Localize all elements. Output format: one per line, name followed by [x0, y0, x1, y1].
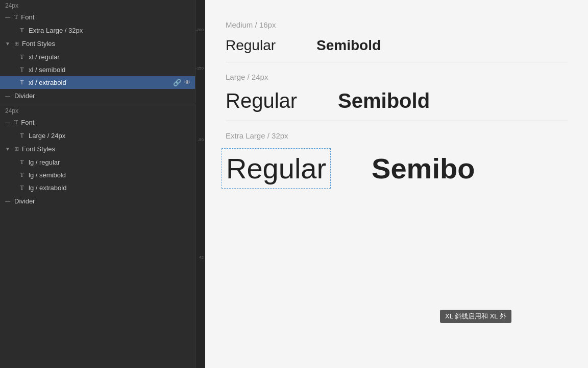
font-icon-2: T [14, 119, 18, 126]
divider-large-xl [226, 121, 568, 121]
font-group-2-header[interactable]: — T Font [0, 116, 195, 129]
font-styles-item-lg-extrabold[interactable]: T lg / extrabold [0, 181, 195, 194]
size-label-top: 24px [0, 0, 195, 10]
section-xl: Extra Large / 32px Regular Semibo [226, 131, 568, 189]
section-label-large: Large / 24px [226, 73, 568, 81]
grid-icon-1: ⊞ [14, 40, 19, 47]
section-medium: Medium / 16px Regular Semibold [226, 20, 568, 54]
font-group-2-label: Font [21, 119, 34, 126]
sidebar-scroll-area[interactable]: 24px — T Font T Extra Large / 32px ▼ ⊞ F… [0, 0, 195, 368]
type-regular-medium: Regular [226, 37, 276, 54]
font-group-1-label: Font [21, 13, 34, 21]
font-styles-item-lg-regular-icon: T [18, 158, 26, 166]
divider-row-2: — Divider [0, 194, 195, 208]
font-styles-item-lg-regular-label: lg / regular [29, 158, 60, 166]
grid-icon-2: ⊞ [14, 146, 19, 152]
font-styles-item-xl-semibold-icon: T [18, 66, 26, 74]
section-large: Large / 24px Regular Semibold [226, 73, 568, 112]
font-styles-item-xl-semibold-label: xl / semibold [29, 66, 65, 74]
font-item-icon-xl: T [18, 27, 26, 34]
link-icon[interactable]: 🔗 [173, 79, 181, 86]
font-group-1-header[interactable]: — T Font [0, 10, 195, 24]
selected-box-xl: Regular [222, 148, 331, 189]
section-label-medium: Medium / 16px [226, 20, 568, 29]
type-row-large: Regular Semibold [226, 89, 568, 112]
expand-icon-fontstyles1: ▼ [5, 41, 11, 47]
type-row-medium: Regular Semibold [226, 37, 568, 54]
font-styles-group-1-header[interactable]: ▼ ⊞ Font Styles [0, 37, 195, 51]
divider-medium-large [226, 62, 568, 62]
font-styles-group-2-label: Font Styles [22, 145, 55, 153]
expand-icon-font1: — [5, 14, 11, 20]
font-styles-item-xl-regular[interactable]: T xl / regular [0, 51, 195, 63]
main-content: Medium / 16px Regular Semibold Large / 2… [205, 0, 588, 368]
font-styles-item-xl-semibold[interactable]: T xl / semibold [0, 63, 195, 76]
font-styles-item-lg-semibold-label: lg / semibold [29, 171, 66, 179]
type-regular-large: Regular [226, 89, 297, 112]
font-styles-group-2-header[interactable]: ▼ ⊞ Font Styles [0, 142, 195, 156]
ruler-mark-50: -50 [198, 138, 204, 142]
divider-row-1: — Divider [0, 89, 195, 103]
type-semibold-medium: Semibold [316, 37, 381, 54]
divider-label-1: Divider [14, 92, 35, 100]
font-styles-item-xl-regular-label: xl / regular [29, 53, 60, 61]
eye-icon[interactable]: 👁 [184, 79, 191, 86]
type-row-xl: Regular Semibo [226, 148, 568, 189]
ruler-mark-150: -150 [195, 66, 204, 71]
font-item-icon-lg: T [18, 132, 26, 140]
expand-icon-fontstyles2: ▼ [5, 146, 11, 152]
type-semibold-xl: Semibo [372, 152, 475, 185]
font-styles-item-xl-extrabold-label: xl / extrabold [29, 79, 66, 86]
expand-icon-divider1: — [5, 93, 11, 99]
size-label-bottom: 24px [0, 105, 195, 116]
ruler-mark-200: -200 [195, 28, 204, 32]
section-label-xl: Extra Large / 32px [226, 131, 568, 140]
ruler: -200 -150 -50 42 [195, 0, 205, 368]
font-styles-item-xl-regular-icon: T [18, 53, 26, 61]
expand-icon-divider2: — [5, 198, 11, 204]
font-item-extra-large[interactable]: T Extra Large / 32px [0, 24, 195, 37]
font-styles-item-lg-regular[interactable]: T lg / regular [0, 156, 195, 169]
ruler-mark-42: 42 [199, 256, 204, 260]
font-styles-item-xl-extrabold[interactable]: T xl / extrabold 🔗 👁 [0, 76, 195, 89]
font-styles-item-lg-extrabold-label: lg / extrabold [29, 184, 66, 192]
font-item-xl-label: Extra Large / 32px [29, 27, 83, 34]
font-item-large[interactable]: T Large / 24px [0, 129, 195, 142]
horizontal-divider-1 [0, 104, 195, 104]
expand-icon-font2: — [5, 120, 11, 125]
font-styles-item-lg-semibold[interactable]: T lg / semibold [0, 169, 195, 181]
font-item-lg-label: Large / 24px [29, 132, 65, 140]
font-icon-1: T [14, 13, 18, 21]
font-styles-group-1-label: Font Styles [22, 40, 55, 48]
sidebar: 24px — T Font T Extra Large / 32px ▼ ⊞ F… [0, 0, 205, 368]
tooltip: XL 斜线启用和 XL 外 [440, 310, 511, 323]
divider-label-2: Divider [14, 197, 35, 205]
type-semibold-large: Semibold [338, 89, 430, 112]
font-styles-item-lg-semibold-icon: T [18, 171, 26, 179]
font-styles-item-xl-extrabold-icon: T [18, 79, 26, 86]
type-regular-xl: Regular [226, 152, 326, 185]
font-styles-item-lg-extrabold-icon: T [18, 184, 26, 192]
item-actions-xl-extrabold: 🔗 👁 [173, 79, 191, 86]
